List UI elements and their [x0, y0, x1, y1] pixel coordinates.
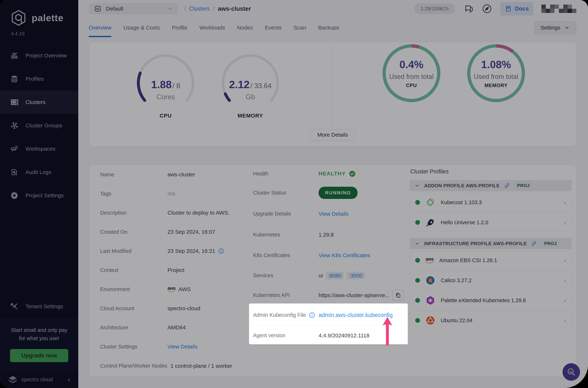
tools-icon [10, 302, 19, 311]
addon-profile-group-header[interactable]: ADDON PROFILE AWS-PROFILE PROJ [410, 180, 572, 191]
service-name: ui [318, 272, 323, 279]
sidebar-item-profiles[interactable]: Profiles [0, 67, 78, 91]
detail-row-created-on: Created On 23 Sep 2024, 16:07 [100, 222, 246, 242]
detail-row-k8s-certificates: K8s Certificates View K8s Certificates [253, 245, 404, 266]
row-label: Name [100, 171, 167, 178]
kubernetes-api-url: https://aws-cluster-apiserve... [318, 292, 390, 298]
row-label: Cluster Settings [100, 344, 167, 350]
cpu-unit: Cores [135, 93, 197, 101]
settings-label: Settings [541, 24, 560, 31]
breadcrumb-sep: / [184, 5, 186, 12]
profile-item-kubecost[interactable]: Kubecost 1.103.3 › [410, 193, 572, 212]
profile-item-ubuntu[interactable]: Ubuntu 22.04 › [410, 311, 572, 330]
cluster-settings-view-details-link[interactable]: View Details [167, 343, 198, 350]
tab-usage-costs[interactable]: Usage & Costs [123, 18, 160, 38]
tab-profile[interactable]: Profile [172, 18, 187, 38]
profile-name: Calico 3.27.2 [441, 277, 559, 283]
link-icon [504, 183, 510, 189]
row-value: 1 control-plane / 1 worker [171, 363, 232, 369]
detail-row-agent-version: Agent version 4.4.9/20240912.1118 [253, 325, 404, 346]
cpu-ring-caption: Used from total [389, 73, 434, 80]
detail-row-name: Name aws-cluster [100, 165, 246, 184]
aws-logo: aws [426, 257, 434, 264]
row-label: Created On [100, 229, 167, 235]
sidebar-item-project-overview[interactable]: Project Overview [0, 44, 78, 67]
status-dot [415, 258, 420, 263]
chat-icon[interactable] [463, 3, 474, 14]
row-label: Last Modified [100, 248, 167, 254]
profile-item-palette-extended-k8s[interactable]: Palette eXtended Kubernetes 1.29.8 › [410, 291, 572, 310]
row-value: Cluster to deploy to AWS. [167, 210, 229, 216]
row-label: Context [100, 267, 167, 273]
tab-nodes[interactable]: Nodes [237, 18, 253, 38]
tab-backups[interactable]: Backups [318, 18, 339, 38]
pxk-logo [426, 295, 435, 305]
memory-used-pct: 1.08% [481, 58, 511, 70]
profile-item-calico[interactable]: Calico 3.27.2 › [410, 271, 572, 290]
info-icon[interactable] [218, 248, 224, 254]
project-selector[interactable]: Default [89, 3, 178, 14]
infrastructure-profile-group-header[interactable]: INFRASTRUCTURE PROFILE AWS-PROFILE PROJ [410, 238, 572, 249]
sidebar-item-label: Project Overview [25, 52, 67, 59]
project-selector-value: Default [106, 6, 163, 12]
sidebar-item-tenant-settings[interactable]: Tenant Settings [0, 295, 78, 318]
profile-name: Palette eXtended Kubernetes 1.29.8 [441, 297, 559, 303]
memory-ring-caption: Used from total [474, 73, 518, 80]
layers-icon [10, 75, 19, 83]
sidebar-item-audit-logs[interactable]: Audit Logs [0, 161, 78, 184]
service-port-8080-link[interactable]: :8080 [326, 272, 344, 279]
chevron-down-icon [414, 183, 420, 188]
breadcrumb: / Clusters / aws-cluster [184, 5, 251, 12]
sidebar-item-cluster-groups[interactable]: Cluster Groups [0, 114, 78, 137]
breadcrumb-clusters-link[interactable]: Clusters [189, 5, 210, 12]
project-icon [94, 5, 102, 13]
tab-events[interactable]: Events [265, 18, 282, 38]
sidebar-item-project-settings[interactable]: Project Settings [0, 184, 78, 207]
detail-row-kubernetes: Kubernetes 1.29.8 [253, 224, 404, 245]
profile-item-amazon-ebs-csi[interactable]: aws Amazon EBS CSI 1.26.1 › [410, 251, 572, 270]
details-mid-column: Health HEALTHY Cluster Status RUNNING Up… [246, 165, 404, 376]
running-status-pill: RUNNING [318, 187, 358, 199]
row-value: n/a [167, 191, 175, 197]
row-label: Cloud Account [100, 306, 167, 312]
row-label: Cluster Status [253, 190, 318, 196]
cluster-tabs: Overview Usage & Costs Profile Workloads… [78, 18, 588, 38]
calico-logo [426, 275, 435, 285]
orbit-icon [10, 145, 19, 153]
row-value: AMD64 [167, 324, 186, 331]
upgrade-now-button[interactable]: Upgrade now [10, 349, 68, 362]
kubernetes-version: 1.29.8 [318, 232, 334, 238]
settings-button[interactable]: Settings [534, 21, 576, 34]
tab-scan[interactable]: Scan [294, 18, 306, 38]
cpu-usage-ring: 0.4% Used from total CPU [381, 42, 442, 104]
sidebar-item-label: Audit Logs [25, 169, 51, 175]
profile-item-hello-universe[interactable]: Hello Universe 1.2.0 › [410, 213, 572, 232]
docs-label: Docs [515, 5, 529, 12]
copy-icon [395, 292, 401, 298]
sidebar-item-workspaces[interactable]: Workspaces [0, 137, 78, 161]
admin-kubeconfig-link[interactable]: admin.aws-cluster.kubeconfig [318, 312, 393, 318]
hello-universe-logo [426, 218, 435, 227]
memory-used-value: 2.12 [229, 78, 249, 90]
cpu-total-value: / 8 [173, 82, 180, 90]
tab-overview[interactable]: Overview [89, 18, 112, 38]
service-port-3000-link[interactable]: :3000 [347, 272, 365, 279]
cpu-ring-label: CPU [406, 83, 417, 88]
gear-icon [10, 191, 19, 200]
upgrade-view-details-link[interactable]: View Details [318, 211, 349, 217]
copy-button[interactable] [392, 290, 404, 301]
view-k8s-certificates-link[interactable]: View K8s Certificates [318, 252, 370, 259]
compass-icon[interactable] [482, 3, 492, 14]
detail-row-upgrade-details: Upgrade Details View Details [253, 203, 404, 224]
collapse-sidebar-chevron[interactable]: ‹ [68, 376, 70, 383]
more-details-button[interactable]: More Details [310, 129, 355, 140]
profile-name: Amazon EBS CSI 1.26.1 [439, 257, 559, 263]
search-fab[interactable] [563, 363, 580, 381]
docs-button[interactable]: Docs [500, 2, 533, 16]
info-icon[interactable] [309, 312, 315, 318]
topbar: Default / Clusters / aws-cluster 1.29/10… [78, 0, 588, 18]
sidebar-item-clusters[interactable]: Clusters [0, 91, 78, 114]
tab-workloads[interactable]: Workloads [199, 18, 225, 38]
memory-gauge-label: MEMORY [219, 113, 281, 119]
cpu-gauge: 1.88 / 8 Cores CPU [135, 51, 197, 124]
